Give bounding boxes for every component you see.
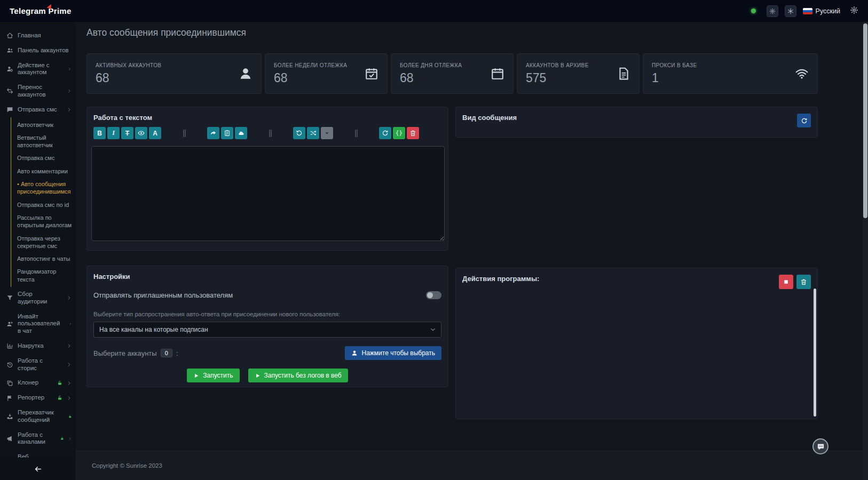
dropdown-toggle-button[interactable] (321, 127, 333, 139)
chevron-right-icon (68, 436, 72, 441)
sidebar-item-message-interceptor[interactable]: Перехватчик сообщений (0, 405, 76, 428)
stat-value: 1 (652, 71, 697, 85)
message-text-input[interactable] (91, 146, 445, 241)
italic-button[interactable]: I (107, 127, 120, 139)
sidebar-item-invite-users[interactable]: Инвайт пользователей в чат (0, 309, 76, 339)
stat-card-proxies: ПРОКСИ В БАЗЕ 1 (643, 53, 818, 94)
history-icon (6, 361, 13, 368)
paste-button[interactable] (221, 127, 233, 139)
sidebar-item-cloner[interactable]: Клонер (0, 375, 76, 390)
chevron-right-icon (67, 295, 72, 300)
sidebar-item-audience-collection[interactable]: Сбор аудитории (0, 287, 76, 309)
actions-scrollbar[interactable] (814, 289, 816, 417)
brand-logo[interactable]: Telegram Prime (10, 6, 72, 15)
clear-log-button[interactable] (796, 275, 811, 289)
sidebar-item-home[interactable]: Главная (0, 28, 76, 43)
shuffle-button[interactable] (307, 127, 319, 139)
submenu-item-branched-autoresponder[interactable]: Ветвистый автоответчик (11, 131, 76, 152)
submenu-item-autoposting[interactable]: Автопостинг в чаты (11, 252, 76, 265)
refresh-preview-button[interactable] (797, 114, 811, 127)
submenu-item-open-dialogs-mailing[interactable]: Рассылка по открытым диалогам (11, 211, 76, 232)
select-value: На все каналы на которые подписан (99, 326, 208, 333)
cloud-button[interactable] (235, 127, 247, 139)
color-label: A (153, 130, 157, 137)
bold-button[interactable]: B (93, 127, 106, 139)
spintax-button[interactable] (393, 127, 405, 139)
trash-icon (800, 278, 807, 285)
undo-button[interactable] (293, 127, 305, 139)
sidebar-item-reporter[interactable]: Репортер (0, 390, 76, 405)
sidebar-item-label: Работа с сторис (18, 357, 62, 372)
file-icon (617, 67, 630, 81)
chevron-right-icon (67, 89, 72, 93)
stop-button[interactable] (779, 275, 793, 289)
font-color-button[interactable]: A (149, 127, 161, 139)
eye-icon (138, 130, 145, 137)
run-without-logs-button[interactable]: Запустить без логов в веб (248, 369, 348, 382)
topbar-button-2[interactable] (785, 5, 796, 17)
chart-icon (6, 342, 13, 349)
submenu-item-secret-sms[interactable]: Отправка через секретные смс (11, 232, 76, 253)
snowflake-icon (787, 8, 794, 14)
sidebar-item-stories[interactable]: Работа с сторис (0, 354, 76, 376)
sidebar-item-label: Репортер (18, 394, 51, 402)
submenu-item-autoresponder[interactable]: Автоответчик (11, 118, 76, 131)
italic-label: I (112, 129, 115, 137)
sidebar-item-label: Перехватчик сообщений (18, 409, 62, 424)
stat-label: ПРОКСИ В БАЗЕ (652, 62, 697, 68)
settings-button[interactable] (850, 6, 858, 17)
support-chat-button[interactable] (812, 438, 828, 454)
panel-title: Настройки (93, 273, 441, 281)
sidebar-item-account-actions[interactable]: Действие с аккаунтом (0, 58, 76, 81)
strike-label: T (125, 130, 129, 137)
collapse-sidebar-button[interactable] (34, 465, 42, 473)
sidebar-item-accounts-panel[interactable]: Панель аккаунтов (0, 43, 76, 58)
delete-text-button[interactable] (407, 127, 419, 139)
users-icon (6, 47, 13, 54)
sidebar-item-label: Сбор аудитории (18, 291, 62, 306)
preview-button[interactable] (135, 127, 147, 139)
active-bullet: • (17, 181, 19, 187)
sidebar-item-channels[interactable]: Работа с каналами (0, 428, 76, 450)
submenu-item-send-sms-by-id[interactable]: Отправка смс по id (11, 198, 76, 211)
submenu-item-text-randomizer[interactable]: Рандомизатор текста (11, 265, 76, 286)
unlock-icon (60, 436, 64, 441)
clear-format-button[interactable]: T (121, 127, 133, 139)
refresh-icon (801, 117, 808, 124)
submenu-item-send-sms[interactable]: Отправка смс (11, 151, 76, 164)
choose-accounts-button[interactable]: Нажмите чтобы выбрать (345, 346, 441, 360)
actions-header: Действия программы: (462, 275, 811, 289)
sidebar-item-transfer-accounts[interactable]: Перенос аккаунтов (0, 80, 76, 102)
language-selector[interactable]: Русский (803, 7, 840, 15)
refresh-text-button[interactable] (379, 127, 391, 139)
sidebar-item-label: Работа с каналами (18, 431, 54, 446)
sidebar-item-label: Панель аккаунтов (18, 47, 72, 54)
stat-card-active-accounts: АКТИВНЫХ АККАУНТОВ 68 (86, 53, 262, 94)
page-scrollbar-thumb[interactable] (863, 23, 867, 218)
flag-icon (6, 395, 13, 402)
stat-card-day-rest: БОЛЕЕ ДНЯ ОТЛЕЖКА 68 (391, 53, 514, 94)
unlock-icon (57, 380, 62, 386)
forward-button[interactable] (207, 127, 219, 139)
panel-title: Работа с текстом (93, 114, 441, 122)
play-icon (255, 373, 261, 379)
stat-value: 68 (274, 71, 347, 85)
run-button[interactable]: Запустить (187, 369, 239, 382)
choose-accounts-label: Нажмите чтобы выбрать (361, 349, 435, 357)
sidebar-item-boost[interactable]: Накрутка (0, 339, 76, 354)
sidebar-item-label: Клонер (18, 379, 51, 387)
run-label: Запустить (203, 372, 233, 379)
topbar-button-1[interactable] (767, 5, 778, 17)
topbar: Telegram Prime Русский (0, 0, 868, 22)
accounts-label: Выберите аккаунты (93, 349, 157, 357)
submenu-item-auto-messages-joined[interactable]: • Авто сообщения присоединившимся (11, 178, 76, 198)
submenu-item-auto-comments[interactable]: Авто комментарии (11, 165, 76, 178)
accounts-count-badge: 0 (161, 349, 172, 357)
stat-value: 575 (526, 71, 589, 85)
distribution-select[interactable]: На все каналы на которые подписан (93, 322, 441, 338)
page-scrollbar-track[interactable] (863, 22, 868, 480)
toggle-label: Отправлять приглашенным пользователям (93, 291, 233, 299)
send-to-invited-toggle[interactable] (426, 291, 441, 299)
distribution-hint: Выберите тип распространения авто-ответа… (93, 311, 441, 317)
sidebar-item-send-sms[interactable]: Отправка смс (0, 102, 76, 117)
